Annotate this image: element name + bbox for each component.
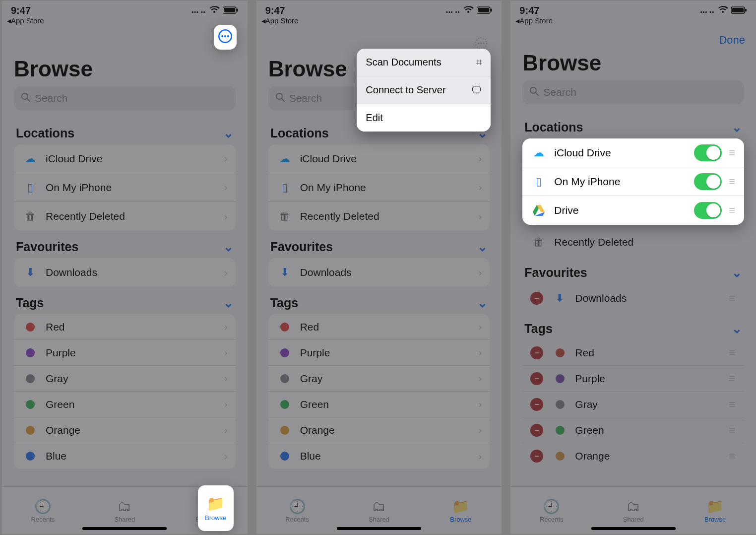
favourite-row[interactable]: ⬇Downloads› xyxy=(268,258,490,287)
tab-browse[interactable]: 📁Browse xyxy=(420,487,502,534)
edit-location-row: ▯ On My iPhone ≡ xyxy=(522,167,744,196)
tag-row[interactable]: Gray› xyxy=(14,366,236,392)
toggle-drive[interactable] xyxy=(694,202,722,219)
tab-recents[interactable]: 🕘Recents xyxy=(256,487,338,534)
svg-line-8 xyxy=(27,99,30,101)
clock-icon: 🕘 xyxy=(34,500,52,514)
tag-row[interactable]: Orange› xyxy=(14,417,236,443)
tags-header[interactable]: Tags⌄ xyxy=(522,313,744,340)
locations-list: ☁ iCloud Drive › ▯ On My iPhone › 🗑 Rece… xyxy=(14,144,236,231)
drag-handle-icon[interactable]: ≡ xyxy=(729,292,736,305)
main-scroll[interactable]: Locations⌄ ☁iCloud Drive› ▯On My iPhone›… xyxy=(256,117,502,534)
favourite-row[interactable]: ⬇ Downloads › xyxy=(14,258,236,287)
tag-row[interactable]: Purple› xyxy=(14,340,236,366)
back-to-app[interactable]: App Store xyxy=(256,16,502,25)
favourites-header[interactable]: Favourites⌄ xyxy=(268,231,490,258)
back-to-app[interactable]: App Store xyxy=(510,16,756,25)
remove-icon[interactable]: – xyxy=(530,450,543,463)
download-icon: ⬇ xyxy=(551,292,568,305)
location-row[interactable]: ▯On My iPhone› xyxy=(268,173,490,202)
favourites-header[interactable]: Favourites ⌄ xyxy=(14,231,236,258)
favourite-edit-row: – ⬇ Downloads ≡ xyxy=(522,284,744,313)
shared-folder-icon: 🗂 xyxy=(627,500,640,514)
drag-handle-icon[interactable]: ≡ xyxy=(729,424,736,437)
search-input[interactable]: Search xyxy=(14,86,236,110)
chevron-down-icon: ⌄ xyxy=(732,120,742,134)
chevron-right-icon: › xyxy=(224,373,228,384)
trash-icon: 🗑 xyxy=(22,210,39,223)
home-indicator[interactable] xyxy=(82,527,167,530)
icloud-icon: ☁ xyxy=(530,146,547,159)
drag-handle-icon[interactable]: ≡ xyxy=(729,450,736,463)
locations-header[interactable]: Locations ⌄ xyxy=(14,117,236,144)
home-indicator[interactable] xyxy=(337,527,421,530)
location-row[interactable]: ☁ iCloud Drive › xyxy=(14,144,236,173)
remove-icon[interactable]: – xyxy=(530,372,543,385)
location-row[interactable]: 🗑Recently Deleted› xyxy=(268,202,490,231)
remove-icon[interactable]: – xyxy=(530,398,543,411)
drag-handle-icon[interactable]: ≡ xyxy=(729,398,736,411)
toggle-on-my-iphone[interactable] xyxy=(694,173,722,190)
tag-row[interactable]: Blue› xyxy=(14,443,236,469)
back-to-app[interactable]: App Store xyxy=(2,16,248,25)
remove-icon[interactable]: – xyxy=(530,292,543,305)
tag-dot xyxy=(26,426,35,435)
menu-connect-server[interactable]: Connect to Server 🖵 xyxy=(357,76,491,104)
remove-icon[interactable]: – xyxy=(530,346,543,359)
drag-handle-icon[interactable]: ≡ xyxy=(729,346,736,359)
drag-handle-icon[interactable]: ≡ xyxy=(729,146,736,159)
tab-browse[interactable]: 📁Browse xyxy=(674,487,756,534)
search-placeholder: Search xyxy=(543,86,576,98)
tag-row[interactable]: Orange› xyxy=(268,417,490,443)
recently-deleted-row[interactable]: 🗑 Recently Deleted xyxy=(522,228,744,257)
chevron-right-icon: › xyxy=(479,321,482,333)
tab-recents[interactable]: 🕘Recents xyxy=(2,487,84,534)
location-row[interactable]: 🗑 Recently Deleted › xyxy=(14,202,236,231)
main-scroll[interactable]: Locations ⌄ ☁ iCloud Drive ≡ ▯ On My iPh… xyxy=(510,111,756,534)
tag-row[interactable]: Green› xyxy=(268,392,490,417)
download-icon: ⬇ xyxy=(276,266,293,279)
iphone-icon: ▯ xyxy=(530,175,547,188)
status-right xyxy=(446,5,493,16)
chevron-down-icon: ⌄ xyxy=(732,266,742,280)
menu-scan-documents[interactable]: Scan Documents ⌗ xyxy=(357,49,491,76)
tab-browse-highlight[interactable]: 📁 Browse xyxy=(198,485,234,531)
locations-header[interactable]: Locations ⌄ xyxy=(522,111,744,138)
header-actions: Done xyxy=(510,25,756,48)
drag-handle-icon[interactable]: ≡ xyxy=(729,204,736,217)
chevron-down-icon: ⌄ xyxy=(732,322,742,336)
tag-row[interactable]: Red› xyxy=(268,314,490,340)
svg-point-17 xyxy=(478,42,480,44)
drag-handle-icon[interactable]: ≡ xyxy=(729,372,736,385)
svg-point-11 xyxy=(224,35,226,37)
tag-row[interactable]: Purple› xyxy=(268,340,490,366)
tag-row[interactable]: Gray› xyxy=(268,366,490,392)
tags-header[interactable]: Tags⌄ xyxy=(268,287,490,314)
tag-row[interactable]: Blue› xyxy=(268,443,490,469)
drag-handle-icon[interactable]: ≡ xyxy=(729,175,736,188)
tag-row[interactable]: Red› xyxy=(14,314,236,340)
location-row[interactable]: ☁iCloud Drive› xyxy=(268,144,490,173)
done-button[interactable]: Done xyxy=(719,34,745,47)
phone-panel-3: 9:47 App Store Done Browse Search Locati… xyxy=(510,1,756,534)
search-input[interactable]: Search xyxy=(522,80,744,104)
remove-icon[interactable]: – xyxy=(530,424,543,437)
tab-recents[interactable]: 🕘Recents xyxy=(510,487,592,534)
tag-dot xyxy=(280,374,289,383)
tags-header[interactable]: Tags ⌄ xyxy=(14,287,236,314)
favourites-header[interactable]: Favourites⌄ xyxy=(522,257,744,284)
chevron-right-icon: › xyxy=(224,321,228,333)
menu-edit[interactable]: Edit xyxy=(357,104,491,132)
svg-line-26 xyxy=(536,93,538,95)
tag-row[interactable]: Green› xyxy=(14,392,236,417)
chevron-right-icon: › xyxy=(479,347,482,358)
more-button-highlight[interactable] xyxy=(214,25,237,50)
status-time: 9:47 xyxy=(519,5,539,16)
battery-icon xyxy=(477,5,493,16)
chevron-right-icon: › xyxy=(479,451,482,462)
main-scroll[interactable]: Locations ⌄ ☁ iCloud Drive › ▯ On My iPh… xyxy=(2,117,248,534)
icloud-icon: ☁ xyxy=(22,152,39,165)
location-row[interactable]: ▯ On My iPhone › xyxy=(14,173,236,202)
toggle-icloud[interactable] xyxy=(694,144,722,161)
home-indicator[interactable] xyxy=(591,527,676,530)
